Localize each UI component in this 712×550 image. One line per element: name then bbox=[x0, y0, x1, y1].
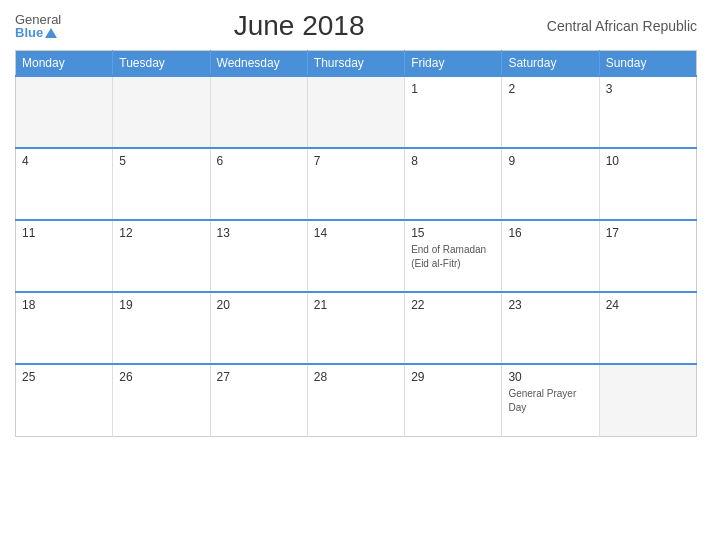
calendar-day-cell: 16 bbox=[502, 220, 599, 292]
calendar-day-cell: 17 bbox=[599, 220, 696, 292]
calendar-day-cell: 12 bbox=[113, 220, 210, 292]
calendar-day-cell: 9 bbox=[502, 148, 599, 220]
calendar-day-cell bbox=[307, 76, 404, 148]
day-number: 24 bbox=[606, 298, 690, 312]
calendar-day-cell: 26 bbox=[113, 364, 210, 436]
calendar-day-cell: 15End of Ramadan (Eid al-Fitr) bbox=[405, 220, 502, 292]
day-number: 25 bbox=[22, 370, 106, 384]
day-number: 5 bbox=[119, 154, 203, 168]
day-number: 27 bbox=[217, 370, 301, 384]
logo-triangle-icon bbox=[45, 28, 57, 38]
calendar-week-row: 1112131415End of Ramadan (Eid al-Fitr)16… bbox=[16, 220, 697, 292]
calendar-day-cell bbox=[210, 76, 307, 148]
calendar-week-row: 45678910 bbox=[16, 148, 697, 220]
day-number: 9 bbox=[508, 154, 592, 168]
col-sunday: Sunday bbox=[599, 51, 696, 77]
col-friday: Friday bbox=[405, 51, 502, 77]
calendar-week-row: 252627282930General Prayer Day bbox=[16, 364, 697, 436]
calendar-day-cell bbox=[599, 364, 696, 436]
calendar-day-cell: 22 bbox=[405, 292, 502, 364]
day-number: 13 bbox=[217, 226, 301, 240]
calendar-day-cell: 18 bbox=[16, 292, 113, 364]
day-number: 6 bbox=[217, 154, 301, 168]
calendar-week-row: 18192021222324 bbox=[16, 292, 697, 364]
calendar-header-row: Monday Tuesday Wednesday Thursday Friday… bbox=[16, 51, 697, 77]
calendar-day-cell bbox=[16, 76, 113, 148]
calendar-table: Monday Tuesday Wednesday Thursday Friday… bbox=[15, 50, 697, 437]
day-number: 18 bbox=[22, 298, 106, 312]
calendar-day-cell: 21 bbox=[307, 292, 404, 364]
day-number: 14 bbox=[314, 226, 398, 240]
calendar-day-cell: 11 bbox=[16, 220, 113, 292]
calendar-day-cell: 5 bbox=[113, 148, 210, 220]
logo-blue-text: Blue bbox=[15, 26, 61, 39]
calendar-day-cell: 19 bbox=[113, 292, 210, 364]
calendar-day-cell: 29 bbox=[405, 364, 502, 436]
day-number: 4 bbox=[22, 154, 106, 168]
day-number: 23 bbox=[508, 298, 592, 312]
calendar-day-cell: 14 bbox=[307, 220, 404, 292]
day-number: 1 bbox=[411, 82, 495, 96]
day-number: 28 bbox=[314, 370, 398, 384]
day-number: 21 bbox=[314, 298, 398, 312]
calendar-day-cell: 3 bbox=[599, 76, 696, 148]
col-monday: Monday bbox=[16, 51, 113, 77]
day-number: 7 bbox=[314, 154, 398, 168]
calendar-day-cell: 4 bbox=[16, 148, 113, 220]
day-number: 11 bbox=[22, 226, 106, 240]
calendar-day-cell: 23 bbox=[502, 292, 599, 364]
day-number: 12 bbox=[119, 226, 203, 240]
day-number: 19 bbox=[119, 298, 203, 312]
calendar-day-cell: 25 bbox=[16, 364, 113, 436]
col-wednesday: Wednesday bbox=[210, 51, 307, 77]
calendar-day-cell: 24 bbox=[599, 292, 696, 364]
col-thursday: Thursday bbox=[307, 51, 404, 77]
day-number: 26 bbox=[119, 370, 203, 384]
calendar-title: June 2018 bbox=[61, 10, 537, 42]
calendar-day-cell: 10 bbox=[599, 148, 696, 220]
day-number: 15 bbox=[411, 226, 495, 240]
calendar-day-cell: 8 bbox=[405, 148, 502, 220]
day-number: 29 bbox=[411, 370, 495, 384]
col-tuesday: Tuesday bbox=[113, 51, 210, 77]
day-number: 8 bbox=[411, 154, 495, 168]
day-number: 17 bbox=[606, 226, 690, 240]
header: General Blue June 2018 Central African R… bbox=[15, 10, 697, 42]
calendar-day-cell: 27 bbox=[210, 364, 307, 436]
calendar-day-cell: 20 bbox=[210, 292, 307, 364]
day-number: 2 bbox=[508, 82, 592, 96]
calendar-day-cell: 28 bbox=[307, 364, 404, 436]
calendar-day-cell: 13 bbox=[210, 220, 307, 292]
calendar-day-cell bbox=[113, 76, 210, 148]
day-number: 16 bbox=[508, 226, 592, 240]
day-number: 3 bbox=[606, 82, 690, 96]
logo: General Blue bbox=[15, 13, 61, 39]
calendar-day-cell: 30General Prayer Day bbox=[502, 364, 599, 436]
calendar-day-cell: 6 bbox=[210, 148, 307, 220]
day-number: 10 bbox=[606, 154, 690, 168]
calendar-day-cell: 7 bbox=[307, 148, 404, 220]
event-label: End of Ramadan (Eid al-Fitr) bbox=[411, 244, 486, 269]
day-number: 20 bbox=[217, 298, 301, 312]
day-number: 22 bbox=[411, 298, 495, 312]
calendar-week-row: 123 bbox=[16, 76, 697, 148]
calendar-day-cell: 2 bbox=[502, 76, 599, 148]
calendar-day-cell: 1 bbox=[405, 76, 502, 148]
event-label: General Prayer Day bbox=[508, 388, 576, 413]
country-name: Central African Republic bbox=[537, 18, 697, 34]
day-number: 30 bbox=[508, 370, 592, 384]
calendar-page: General Blue June 2018 Central African R… bbox=[0, 0, 712, 550]
col-saturday: Saturday bbox=[502, 51, 599, 77]
